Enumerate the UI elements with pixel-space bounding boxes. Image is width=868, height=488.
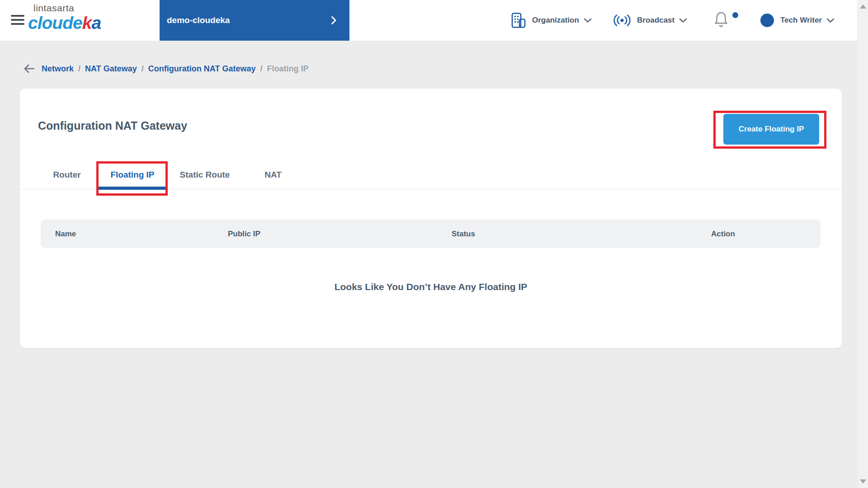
create-floating-ip-button[interactable]: Create Floating IP <box>723 114 819 145</box>
user-name: Tech Writer <box>780 16 822 25</box>
chevron-down-icon <box>679 18 687 23</box>
empty-state-message: Looks Like You Don’t Have Any Floating I… <box>20 282 842 292</box>
broadcast-label: Broadcast <box>637 16 675 25</box>
broadcast-dropdown[interactable]: Broadcast <box>613 0 687 41</box>
organization-dropdown[interactable]: Organization <box>511 0 592 41</box>
breadcrumb-separator: / <box>142 64 144 74</box>
breadcrumb-configuration-nat-gateway[interactable]: Configuration NAT Gateway <box>148 64 256 74</box>
scrollbar-down-arrow-icon[interactable] <box>860 479 866 483</box>
breadcrumb-floating-ip: Floating IP <box>267 64 308 74</box>
notification-bell-button[interactable] <box>712 10 736 32</box>
breadcrumb-nat-gateway[interactable]: NAT Gateway <box>85 64 137 74</box>
breadcrumb-network[interactable]: Network <box>42 64 74 74</box>
hamburger-menu-icon[interactable] <box>11 15 24 26</box>
project-selector[interactable]: demo-cloudeka <box>160 0 349 41</box>
company-name: lintasarta <box>28 3 101 14</box>
organization-label: Organization <box>532 16 579 25</box>
user-menu[interactable]: Tech Writer <box>760 0 835 41</box>
chevron-down-icon <box>584 18 592 23</box>
back-arrow-icon[interactable] <box>23 64 35 74</box>
breadcrumb-separator: / <box>260 64 262 74</box>
tab-floating-ip-label: Floating IP <box>110 170 154 180</box>
column-header-public-ip: Public IP <box>228 230 452 239</box>
chevron-down-icon <box>826 18 835 23</box>
content-card: Configuration NAT Gateway Create Floatin… <box>20 89 842 348</box>
building-icon <box>511 12 526 29</box>
tab-static-route[interactable]: Static Route <box>177 160 232 189</box>
brand-logo: lintasarta cloudeka <box>28 3 101 33</box>
tab-nat[interactable]: NAT <box>264 160 282 189</box>
vertical-scrollbar[interactable] <box>857 0 868 488</box>
bell-icon <box>712 10 736 30</box>
table-header-row: Name Public IP Status Action <box>41 220 821 248</box>
avatar <box>760 14 774 27</box>
column-header-status: Status <box>452 230 711 239</box>
top-header: lintasarta cloudeka demo-cloudeka Organi… <box>0 0 857 41</box>
page-title: Configuration NAT Gateway <box>38 119 187 132</box>
chevron-right-icon <box>331 16 337 25</box>
project-name: demo-cloudeka <box>167 15 331 25</box>
radio-waves-icon <box>613 14 631 27</box>
tab-floating-ip[interactable]: Floating IP <box>99 160 166 189</box>
scrollbar-up-arrow-icon[interactable] <box>860 5 866 9</box>
product-name: cloudeka <box>28 14 101 33</box>
column-header-action: Action <box>711 230 806 239</box>
column-header-name: Name <box>55 230 228 239</box>
tab-bar: Router Floating IP Static Route NAT <box>20 160 842 189</box>
active-tab-underline <box>99 187 166 190</box>
notification-unread-dot <box>732 12 738 18</box>
tab-router[interactable]: Router <box>52 160 82 189</box>
breadcrumb: Network / NAT Gateway / Configuration NA… <box>23 61 308 77</box>
breadcrumb-separator: / <box>78 64 80 74</box>
